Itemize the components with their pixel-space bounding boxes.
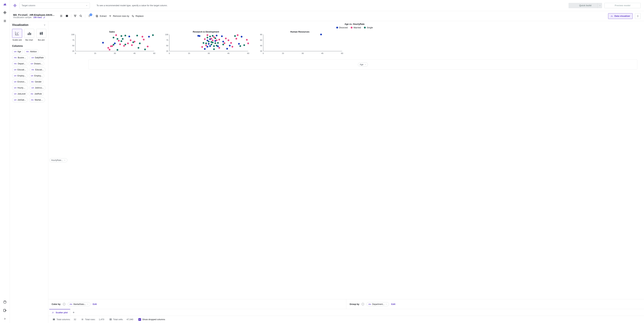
target-column-select[interactable]: Target column xyxy=(20,2,90,8)
column-chip[interactable]: AbcMaritalS... xyxy=(29,98,45,102)
svg-point-32 xyxy=(102,42,104,43)
svg-text:80: 80 xyxy=(260,34,262,35)
column-chip[interactable]: AbcGender xyxy=(29,79,44,84)
quick-build-button[interactable]: Quick build xyxy=(568,3,602,8)
svg-text:75: 75 xyxy=(166,39,168,41)
logo-icon[interactable] xyxy=(3,2,7,6)
column-chip[interactable]: 123JobLevel xyxy=(12,91,27,96)
chart-title: Age vs. HourlyRate xyxy=(68,23,641,25)
column-chip[interactable]: AbcBusines... xyxy=(12,55,28,60)
x-axis-pill[interactable]: Age xyxy=(358,62,368,66)
chevron-down-icon[interactable] xyxy=(598,3,602,8)
column-chip[interactable]: 123Environ... xyxy=(12,79,28,84)
svg-point-112 xyxy=(222,43,224,45)
group-edit-link[interactable]: Edit xyxy=(391,303,396,306)
tab-scatter-plot[interactable]: Scatter plot xyxy=(49,309,70,316)
column-chip[interactable]: AbcEducati... xyxy=(30,67,46,72)
svg-point-108 xyxy=(217,45,219,47)
crosshair-icon xyxy=(13,4,17,7)
sample-value[interactable]: 100 rows xyxy=(33,16,42,18)
facet-research-development: Research & Development255075100015304560 xyxy=(162,30,250,57)
y-axis-pill[interactable]: HourlyRate... xyxy=(49,158,68,162)
svg-point-106 xyxy=(216,39,217,41)
column-chip[interactable]: 123DailyRate xyxy=(30,55,46,60)
search-icon[interactable] xyxy=(79,14,83,18)
svg-point-40 xyxy=(115,34,117,36)
column-chip[interactable]: 123Education xyxy=(12,67,28,72)
column-chip[interactable]: AbcJobRole xyxy=(29,91,44,96)
list-nav-icon[interactable] xyxy=(3,19,7,23)
color-by-control: Color by i AbcMaritalStatu... Edit xyxy=(48,299,346,309)
svg-point-47 xyxy=(122,38,124,40)
column-chip[interactable]: AbcAttrition xyxy=(24,49,38,54)
viz-type-bar-chart[interactable]: Bar chart xyxy=(24,29,34,41)
color-edit-link[interactable]: Edit xyxy=(93,303,97,306)
group-by-pill[interactable]: AbcDepartment... xyxy=(366,302,389,306)
svg-point-62 xyxy=(144,48,146,50)
preview-model-button[interactable]: Preview model xyxy=(604,3,641,8)
remove-rows-button[interactable]: Remove rows by xyxy=(109,15,129,17)
left-panel: Visualization Scatter plotBar chartBox p… xyxy=(10,21,48,323)
grid-view-icon[interactable] xyxy=(66,14,69,18)
x-axis-dropzone[interactable]: Age xyxy=(88,59,637,69)
column-chip[interactable]: 123Distanc... xyxy=(29,61,44,66)
svg-text:40: 40 xyxy=(260,44,262,47)
column-chip[interactable]: 123JobSati... xyxy=(12,98,28,102)
extract-button[interactable]: Extract xyxy=(96,15,106,17)
color-by-pill[interactable]: AbcMaritalStatu... xyxy=(68,302,90,306)
svg-point-64 xyxy=(148,36,150,37)
svg-point-118 xyxy=(229,45,230,46)
svg-point-86 xyxy=(206,46,208,47)
svg-point-61 xyxy=(143,39,144,40)
steps-icon[interactable]: 3 xyxy=(88,14,91,18)
svg-point-107 xyxy=(217,42,219,44)
column-chip[interactable]: 123Employ... xyxy=(29,73,44,78)
svg-point-88 xyxy=(208,41,210,42)
chevron-down-icon[interactable] xyxy=(44,24,46,26)
info-icon[interactable]: i xyxy=(63,303,66,306)
target-nav-icon[interactable] xyxy=(3,11,7,14)
add-tab-button[interactable] xyxy=(70,309,77,316)
column-chip[interactable]: AbcDepart... xyxy=(12,61,27,66)
exit-icon[interactable] xyxy=(3,309,7,312)
info-icon[interactable]: i xyxy=(362,303,364,306)
filter-icon[interactable] xyxy=(74,14,77,18)
expand-icon[interactable] xyxy=(635,13,641,19)
show-dropped-toggle[interactable]: Show dropped columns xyxy=(138,318,165,321)
svg-point-39 xyxy=(114,42,116,44)
help-icon[interactable] xyxy=(3,300,7,304)
column-chip[interactable]: 123HourlyR... xyxy=(12,85,28,90)
svg-point-87 xyxy=(208,43,210,44)
svg-point-82 xyxy=(205,42,207,44)
list-view-icon[interactable] xyxy=(60,14,63,18)
edit-icon[interactable] xyxy=(43,16,46,18)
column-chip[interactable]: 123Employ... xyxy=(12,73,28,78)
svg-point-116 xyxy=(226,48,228,49)
svg-rect-8 xyxy=(68,15,68,17)
column-chip[interactable]: 123JobInvo... xyxy=(30,85,46,90)
svg-point-60 xyxy=(142,36,143,37)
svg-point-93 xyxy=(210,38,212,39)
svg-rect-6 xyxy=(66,15,66,17)
replace-button[interactable]: Replace xyxy=(132,15,144,17)
y-axis-dropzone[interactable]: HourlyRate... xyxy=(48,21,68,299)
svg-point-1 xyxy=(4,12,5,13)
svg-text:45: 45 xyxy=(134,52,136,54)
group-by-control: Group by i AbcDepartment... Edit xyxy=(346,299,644,309)
columns-header: Columns xyxy=(12,44,46,47)
column-chip[interactable]: 123Age xyxy=(12,49,23,54)
viz-type-box-plot[interactable]: Box plot xyxy=(36,29,46,41)
svg-point-45 xyxy=(120,35,122,37)
total-rows: Total rows: 1,470 xyxy=(81,318,104,321)
svg-text:25: 25 xyxy=(72,50,74,52)
svg-point-99 xyxy=(213,45,215,47)
viz-type-scatter-plot[interactable]: Scatter plot xyxy=(12,29,22,41)
svg-rect-10 xyxy=(96,15,98,17)
data-visualizer-button[interactable]: Data visualizer xyxy=(608,13,632,19)
svg-point-13 xyxy=(16,34,16,34)
chevron-right-icon[interactable] xyxy=(3,317,7,321)
svg-point-57 xyxy=(136,35,138,36)
svg-text:50: 50 xyxy=(166,44,168,47)
svg-point-124 xyxy=(238,43,240,44)
target-hint: To see a recommended model type, specify… xyxy=(96,4,168,7)
